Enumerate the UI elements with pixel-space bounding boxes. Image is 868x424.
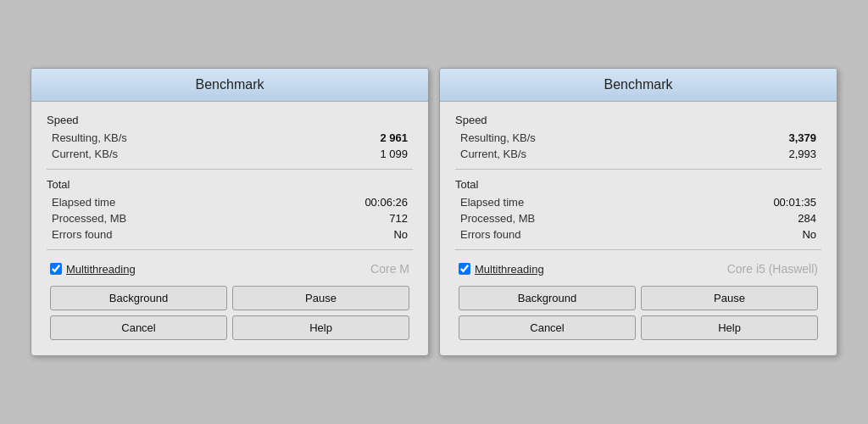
total-section-1: Total [47,178,413,191]
resulting-value-1: 2 961 [380,131,408,144]
errors-value-1: No [393,228,408,241]
resulting-label-2: Resulting, KB/s [460,131,536,144]
current-label-2: Current, KB/s [460,148,526,160]
checkbox-row-1: Multithreading Core M [47,255,413,281]
panel-title-2: Benchmark [440,69,837,102]
multithreading-checkbox-1[interactable] [50,263,62,275]
processed-label-2: Processed, MB [460,212,535,225]
elapsed-label-2: Elapsed time [460,196,524,209]
multithreading-label-2[interactable]: Multithreading [459,263,544,276]
help-button-1[interactable]: Help [232,315,409,340]
multithreading-checkbox-2[interactable] [459,263,470,275]
divider-2b [455,249,821,250]
help-button-2[interactable]: Help [641,315,818,340]
elapsed-row-1: Elapsed time 00:06:26 [47,194,413,210]
elapsed-value-1: 00:06:26 [364,196,408,209]
resulting-value-2: 3,379 [788,131,816,144]
current-value-1: 1 099 [380,148,408,160]
resulting-row-1: Resulting, KB/s 2 961 [47,130,413,146]
divider-2a [455,169,821,170]
processed-label-1: Processed, MB [52,212,126,225]
background-button-2[interactable]: Background [459,286,636,310]
resulting-label-1: Resulting, KB/s [52,131,127,144]
resulting-row-2: Resulting, KB/s 3,379 [455,130,821,146]
speed-section-1: Speed [47,114,413,126]
current-value-2: 2,993 [788,148,816,160]
buttons-grid-1: Background Pause Cancel Help [47,281,413,347]
panels-wrapper: Benchmark Speed Resulting, KB/s 2 961 Cu… [17,54,851,370]
benchmark-panel-2: Benchmark Speed Resulting, KB/s 3,379 Cu… [439,68,837,356]
speed-section-2: Speed [455,114,821,126]
current-label-1: Current, KB/s [52,148,118,160]
multithreading-label-1[interactable]: Multithreading [50,263,136,276]
panel-title-1: Benchmark [31,69,428,102]
multithreading-text-1: Multithreading [66,263,136,276]
processed-value-1: 712 [389,212,408,225]
elapsed-value-2: 00:01:35 [773,196,816,209]
panel-body-2: Speed Resulting, KB/s 3,379 Current, KB/… [440,102,837,355]
multithreading-text-2: Multithreading [475,263,544,276]
cancel-button-1[interactable]: Cancel [50,315,227,340]
total-section-2: Total [455,178,821,191]
cpu-label-2: Core i5 (Haswell) [727,262,818,276]
divider-1b [47,249,413,250]
errors-value-2: No [802,228,816,241]
background-button-1[interactable]: Background [50,286,227,310]
pause-button-2[interactable]: Pause [641,286,818,310]
processed-row-1: Processed, MB 712 [47,210,413,226]
processed-value-2: 284 [798,212,816,225]
current-row-1: Current, KB/s 1 099 [47,146,413,162]
cpu-label-1: Core M [370,262,409,276]
benchmark-panel-1: Benchmark Speed Resulting, KB/s 2 961 Cu… [31,68,429,356]
elapsed-row-2: Elapsed time 00:01:35 [455,194,821,210]
elapsed-label-1: Elapsed time [52,196,115,209]
errors-label-1: Errors found [52,228,113,241]
current-row-2: Current, KB/s 2,993 [455,146,821,162]
cancel-button-2[interactable]: Cancel [459,315,636,340]
pause-button-1[interactable]: Pause [232,286,409,310]
processed-row-2: Processed, MB 284 [455,210,821,226]
divider-1a [47,169,413,170]
errors-row-2: Errors found No [455,226,821,243]
errors-label-2: Errors found [460,228,521,241]
checkbox-row-2: Multithreading Core i5 (Haswell) [455,255,821,281]
panel-body-1: Speed Resulting, KB/s 2 961 Current, KB/… [31,102,428,355]
errors-row-1: Errors found No [47,226,413,243]
buttons-grid-2: Background Pause Cancel Help [455,281,821,347]
